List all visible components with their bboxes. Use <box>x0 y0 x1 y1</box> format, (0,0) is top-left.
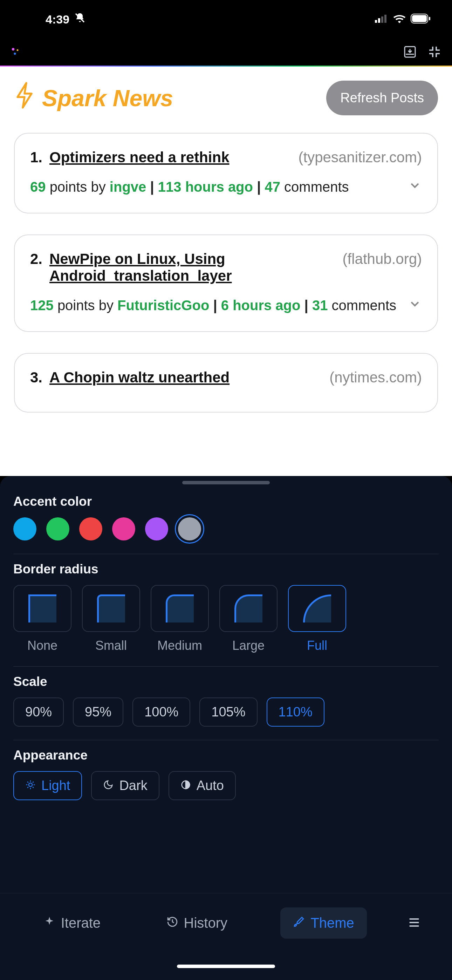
bell-slash-icon <box>74 12 86 26</box>
status-time: 4:39 <box>46 12 86 26</box>
appearance-option[interactable]: Light <box>13 771 82 800</box>
post-title-row: 3.A Chopin waltz unearthed(nytimes.com) <box>30 369 422 386</box>
brush-icon <box>293 915 305 931</box>
post-rank: 1. <box>30 149 42 166</box>
chevron-down-icon[interactable] <box>408 297 422 314</box>
radius-option[interactable]: Large <box>220 585 277 653</box>
radius-preview-shape <box>29 595 56 622</box>
appearance-option[interactable]: Auto <box>169 771 236 800</box>
accent-swatch[interactable] <box>79 517 102 541</box>
post-rank: 3. <box>30 369 42 386</box>
appearance-option[interactable]: Dark <box>91 771 159 800</box>
post-points: 125 <box>30 298 54 313</box>
lightning-icon <box>14 81 35 115</box>
radius-label: Border radius <box>13 562 439 577</box>
post-card: 2.NewPipe on Linux, Using Android_transl… <box>14 234 438 332</box>
svg-rect-7 <box>429 17 430 20</box>
scale-option[interactable]: 90% <box>13 697 64 727</box>
post-comment-count[interactable]: 47 <box>264 179 280 194</box>
sparkle-logo-icon <box>11 47 21 59</box>
accent-swatch[interactable] <box>112 517 135 541</box>
sep: | <box>257 179 261 194</box>
time-text: 4:39 <box>46 13 69 26</box>
collapse-icon[interactable] <box>428 45 441 60</box>
accent-label: Accent color <box>13 494 439 509</box>
sep: | <box>150 179 154 194</box>
radius-preview-box <box>13 585 72 632</box>
svg-point-8 <box>12 48 15 51</box>
radius-option[interactable]: None <box>13 585 72 653</box>
svg-rect-2 <box>378 18 380 23</box>
radius-section: Border radius NoneSmallMediumLargeFull <box>13 554 439 667</box>
tab-history[interactable]: History <box>154 907 240 939</box>
appearance-option-label: Auto <box>197 778 224 793</box>
history-icon <box>166 915 178 931</box>
scale-option[interactable]: 105% <box>199 697 257 727</box>
sparkle-icon <box>43 915 56 931</box>
chevron-down-icon[interactable] <box>408 178 422 196</box>
svg-rect-1 <box>375 20 377 23</box>
tab-label: Iterate <box>61 915 100 931</box>
svg-rect-6 <box>412 15 427 22</box>
scale-label: Scale <box>13 675 439 689</box>
tab-theme[interactable]: Theme <box>280 907 367 939</box>
status-bar: 4:39 <box>0 0 452 38</box>
accent-swatch[interactable] <box>145 517 168 541</box>
accent-swatch[interactable] <box>13 517 37 541</box>
accent-row <box>13 517 439 541</box>
post-domain: (nytimes.com) <box>329 369 422 386</box>
status-right <box>375 14 431 25</box>
post-domain: (typesanitizer.com) <box>299 149 422 166</box>
comments-label: comments <box>284 179 349 194</box>
sep: | <box>213 298 217 313</box>
radius-option[interactable]: Medium <box>151 585 209 653</box>
post-meta: 125 points by FuturisticGoo | 6 hours ag… <box>30 295 422 316</box>
svg-point-9 <box>17 49 19 51</box>
post-card: 1.Optimizers need a rethink(typesanitize… <box>14 133 438 213</box>
refresh-button[interactable]: Refresh Posts <box>326 81 438 115</box>
post-title-link[interactable]: NewPipe on Linux, Using Android_translat… <box>49 251 336 284</box>
post-domain: (flathub.org) <box>343 251 422 267</box>
page-header: Spark News Refresh Posts <box>14 67 438 133</box>
accent-swatch[interactable] <box>178 517 201 541</box>
home-indicator[interactable] <box>177 964 275 968</box>
post-age: 6 hours ago <box>221 298 301 313</box>
points-by-label: points by <box>57 298 113 313</box>
svg-rect-4 <box>384 15 387 23</box>
appearance-option-label: Dark <box>119 778 147 793</box>
appearance-row: LightDarkAuto <box>13 771 439 800</box>
radius-option[interactable]: Small <box>82 585 140 653</box>
post-author[interactable]: ingve <box>110 179 146 194</box>
accent-swatch[interactable] <box>46 517 69 541</box>
svg-point-10 <box>14 52 16 55</box>
post-author[interactable]: FuturisticGoo <box>118 298 209 313</box>
scale-option[interactable]: 95% <box>73 697 123 727</box>
post-title-row: 1.Optimizers need a rethink(typesanitize… <box>30 149 422 166</box>
post-title-link[interactable]: Optimizers need a rethink <box>49 149 291 166</box>
radius-option[interactable]: Full <box>288 585 346 653</box>
post-meta: 69 points by ingve | 113 hours ago | 47 … <box>30 176 422 197</box>
scale-option[interactable]: 100% <box>132 697 190 727</box>
svg-rect-3 <box>381 16 383 23</box>
brand: Spark News <box>14 81 173 115</box>
scale-row: 90%95%100%105%110% <box>13 697 439 727</box>
panel-grabber[interactable] <box>182 481 270 484</box>
radius-option-label: None <box>27 638 57 653</box>
battery-icon <box>411 14 431 25</box>
radius-preview-shape <box>303 595 331 622</box>
radius-preview-shape <box>234 595 263 622</box>
main-content: Spark News Refresh Posts 1.Optimizers ne… <box>0 67 452 476</box>
post-points: 69 <box>30 179 46 194</box>
post-meta-text: 125 points by FuturisticGoo | 6 hours ag… <box>30 295 396 316</box>
tab-iterate[interactable]: Iterate <box>31 907 113 939</box>
tab-label: Theme <box>310 915 354 931</box>
download-tray-icon[interactable] <box>403 45 417 60</box>
accent-section: Accent color <box>13 487 439 554</box>
post-age: 113 hours ago <box>158 179 253 194</box>
post-comment-count[interactable]: 31 <box>312 298 328 313</box>
radius-row: NoneSmallMediumLargeFull <box>13 585 439 653</box>
post-title-link[interactable]: A Chopin waltz unearthed <box>49 369 322 386</box>
scale-option[interactable]: 110% <box>267 697 325 727</box>
appearance-label: Appearance <box>13 748 439 763</box>
menu-button[interactable] <box>407 915 421 931</box>
